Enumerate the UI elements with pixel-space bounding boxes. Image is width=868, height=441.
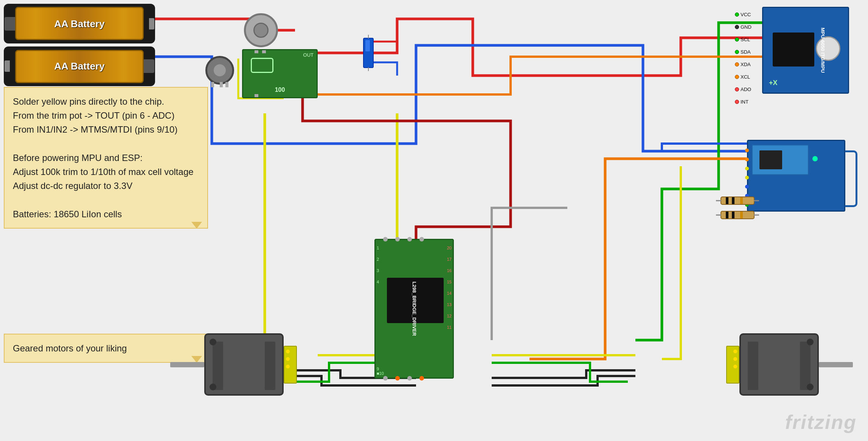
- battery-top: AA Battery: [4, 4, 155, 43]
- coin-cell: [244, 13, 278, 47]
- mpu6050-module: VCC GND SCL SDA XDA XCL: [762, 7, 849, 94]
- fritzing-watermark: fritzing: [785, 411, 857, 433]
- note-geared-text: Geared motors of your liking: [13, 343, 127, 353]
- note-solder-text: Solder yellow pins directly to the chip.…: [13, 96, 194, 219]
- esp8266-module: [747, 140, 845, 212]
- motor-left: [170, 333, 297, 396]
- capacitor: [363, 38, 374, 68]
- battery-terminal-pos: [149, 18, 154, 29]
- l298-label: L298_BRIDGE_DRIVER: [411, 282, 417, 336]
- battery-terminal-pos-2: [5, 60, 10, 72]
- battery-terminal-neg-2: [144, 59, 154, 73]
- battery-terminal-neg: [5, 17, 15, 31]
- battery-bottom: AA Battery: [4, 46, 155, 86]
- mpu-label: MPU-6050 ITG/MPU: [820, 28, 826, 73]
- resistor-2: [720, 211, 755, 219]
- dcdc-module: 100 OUT: [242, 49, 318, 98]
- motor-right: [726, 333, 853, 396]
- circuit-canvas: AA Battery AA Battery Solder yellow pins…: [0, 0, 868, 441]
- note-solder: Solder yellow pins directly to the chip.…: [4, 87, 208, 229]
- resistor-1: [720, 197, 755, 205]
- l298-module: L298_BRIDGE_DRIVER 1 2 3 4 20 17 16 15 1…: [374, 239, 454, 379]
- battery-block: AA Battery AA Battery: [4, 4, 159, 86]
- battery-label-bottom: AA Battery: [54, 60, 104, 72]
- trim-pot: [205, 56, 234, 85]
- battery-label-top: AA Battery: [54, 18, 104, 29]
